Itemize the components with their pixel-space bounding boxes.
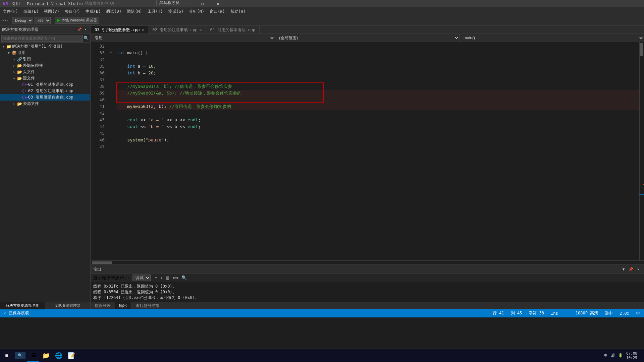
status-col[interactable]: 列 45 <box>509 310 524 316</box>
line-num-38: 38 <box>91 83 105 90</box>
menu-item-调试D[interactable]: 调试(D) <box>103 7 124 15</box>
taskbar-search[interactable]: 🔍 <box>14 350 26 362</box>
output-wrap-icon[interactable]: ⟺ <box>172 275 179 280</box>
semicolon-35: ; <box>154 63 156 70</box>
menu-item-视图V[interactable]: 视图(V) <box>41 7 62 15</box>
taskbar-vs-icon[interactable]: 🖥 <box>27 350 39 362</box>
toolbar: ↩ ↪ Debug x86 ▶ 本地 Windows 调试器 <box>0 15 644 25</box>
solution-icon: 📁 <box>6 44 11 49</box>
output-source-select[interactable]: 调试 <box>132 275 151 281</box>
cpp-file-3[interactable]: C++ 03 引用做函数参数.cpp <box>0 94 90 101</box>
scope-select[interactable]: 引用 <box>91 34 275 42</box>
panel-close-button[interactable]: ✕ <box>83 27 88 32</box>
tray-network[interactable]: 🔊 <box>610 353 616 358</box>
code-area: 32 33 34 35 36 37 38 39 40 41 42 43 44 4… <box>91 42 644 260</box>
output-line-2: 线程 0x3504 已退出，返回值为 0 (0x0)。 <box>93 289 641 295</box>
h-scroll-thumb[interactable] <box>92 261 112 264</box>
menu-item-分析N[interactable]: 分析(N) <box>186 7 207 15</box>
output-down-icon[interactable]: ↓ <box>160 275 163 280</box>
menu-item-测试S[interactable]: 测试(S) <box>166 7 186 15</box>
tab-2-close[interactable]: ✕ <box>200 28 202 32</box>
output-clear-icon[interactable]: 🗑 <box>165 275 170 280</box>
namespace-select[interactable]: (全局范围) <box>275 34 460 42</box>
solution-search-icon[interactable]: 🔍 <box>84 36 89 41</box>
scrollbar-thumb[interactable] <box>640 43 643 56</box>
menu-item-编辑E[interactable]: 编辑(E) <box>21 7 42 15</box>
indent-43 <box>117 117 127 123</box>
minimize-button[interactable]: ─ <box>179 0 195 7</box>
horizontal-scrollbar[interactable] <box>91 260 644 264</box>
solution-root-item[interactable]: ▼ 📁 解决方案"引用"(1 个项目) <box>0 43 90 50</box>
status-zoom[interactable]: 2.0x <box>618 311 631 316</box>
undo-button[interactable]: ↩ <box>1 18 4 23</box>
bottom-tab-errors[interactable]: 错误列表 <box>91 302 115 309</box>
status-resolution[interactable]: 1080P 高清 <box>574 310 599 316</box>
tab-3[interactable]: 01 引用的基本语法.cpp <box>206 26 260 34</box>
status-save[interactable]: ✓ 已保存该项 <box>3 310 30 316</box>
status-selection[interactable]: 选中 <box>603 310 614 316</box>
status-encoding[interactable]: 中 <box>635 310 641 316</box>
output-pin-btn[interactable]: 📌 <box>628 267 634 272</box>
output-header-left: 输出 <box>93 266 101 272</box>
run-button[interactable]: ▶ 本地 Windows 调试器 <box>55 17 99 24</box>
taskbar-clock[interactable]: 07:08 10:25 <box>625 351 639 360</box>
project-item[interactable]: ▼ 📦 引用 <box>0 50 90 56</box>
status-char[interactable]: 字符 33 <box>527 310 545 316</box>
tray-battery[interactable]: 🔋 <box>618 353 624 358</box>
header-files-item[interactable]: ▷ 📂 头文件 <box>0 69 90 75</box>
solution-footer-tab-1[interactable]: 解决方案资源管理器 <box>0 302 45 309</box>
code-editor[interactable]: int main() { int a = 10 ; int <box>114 42 639 260</box>
platform-select[interactable]: x86 <box>35 17 51 24</box>
tray-show-desktop[interactable] <box>640 350 641 362</box>
bottom-tab-find[interactable]: 查找符号结果 <box>131 302 164 309</box>
status-mode[interactable]: Ins <box>549 311 559 316</box>
debug-mode-select[interactable]: Debug <box>12 17 33 24</box>
output-find-icon[interactable]: 🔍 <box>181 275 187 280</box>
resource-files-item[interactable]: ▷ 📂 资源文件 <box>0 101 90 107</box>
solution-panel-title: 解决方案资源管理器 <box>2 27 38 33</box>
menu-item-生成B[interactable]: 生成(B) <box>83 7 104 15</box>
function-select[interactable]: main() <box>460 34 644 42</box>
output-close-btn[interactable]: ✕ <box>635 267 641 272</box>
taskbar-file-icon[interactable]: 📁 <box>40 350 52 362</box>
taskbar-chrome-icon[interactable]: 🌐 <box>53 350 65 362</box>
menu-item-窗口W[interactable]: 窗口(W) <box>207 7 228 15</box>
taskbar-vs: 🖥 <box>30 352 36 359</box>
taskbar-search-box[interactable]: 🔍 <box>15 352 25 359</box>
output-line-1: 线程 0x32fc 已退出，返回值为 0 (0x0)。 <box>93 284 641 289</box>
solution-panel: 解决方案资源管理器 📌 ✕ 🔍 ▼ 📁 解决方案"引用"(1 个项目) ▼ 📦 … <box>0 25 91 309</box>
menu-item-帮助H[interactable]: 帮助(H) <box>228 7 249 15</box>
output-up-icon[interactable]: ↑ <box>155 275 157 280</box>
menu-item-团队M[interactable]: 团队(M) <box>124 7 145 15</box>
close-button[interactable]: ✕ <box>210 0 226 7</box>
output-collapse-btn[interactable]: ▼ <box>621 267 627 272</box>
external-deps-item[interactable]: ▷ 📂 外部依赖项 <box>0 62 90 69</box>
bottom-tab-output[interactable]: 输出 <box>115 302 131 309</box>
redo-button[interactable]: ↪ <box>5 18 7 23</box>
source-files-item[interactable]: ▼ 📂 源文件 <box>0 75 90 81</box>
tab-1-close[interactable]: ✕ <box>142 28 144 32</box>
fold-icon-33[interactable]: ⊟ <box>110 51 111 54</box>
cpp-file-2[interactable]: C++ 02 引用的注意事项.cpp <box>0 88 90 94</box>
cpp-file-1[interactable]: C++ 01 引用的基本语法.cpp <box>0 81 90 88</box>
restore-button[interactable]: □ <box>195 0 210 7</box>
menu-item-工具T[interactable]: 工具(T) <box>145 7 166 15</box>
start-button[interactable]: ⊞ <box>0 349 13 362</box>
right-scrollbar[interactable] <box>639 42 644 260</box>
solution-search-input[interactable] <box>1 35 83 42</box>
status-line[interactable]: 行 41 <box>491 310 505 316</box>
tab-2[interactable]: 02 引用的注意事项.cpp ✕ <box>148 26 206 34</box>
header-files-icon: 📂 <box>17 70 22 74</box>
menu-item-项目P[interactable]: 项目(P) <box>62 7 83 15</box>
panel-pin-button[interactable]: 📌 <box>77 27 82 32</box>
menu-item-文件F[interactable]: 文件(F) <box>0 7 21 15</box>
taskbar-app1-icon[interactable]: 📝 <box>65 350 77 362</box>
gutter-33[interactable]: ⊟ <box>107 49 114 56</box>
tray-ime[interactable]: 中 <box>602 353 609 358</box>
tab-1[interactable]: 03 引用做函数参数.cpp ✕ <box>91 26 148 34</box>
quick-launch-input[interactable] <box>83 0 157 6</box>
code-line-42 <box>117 110 639 117</box>
references-item[interactable]: ▷ 🔗 引用 <box>0 56 90 62</box>
title-text: 引用 - Microsoft Visual Studio <box>12 1 83 7</box>
solution-footer-tab-2[interactable]: 团队资源管理器 <box>45 302 91 309</box>
